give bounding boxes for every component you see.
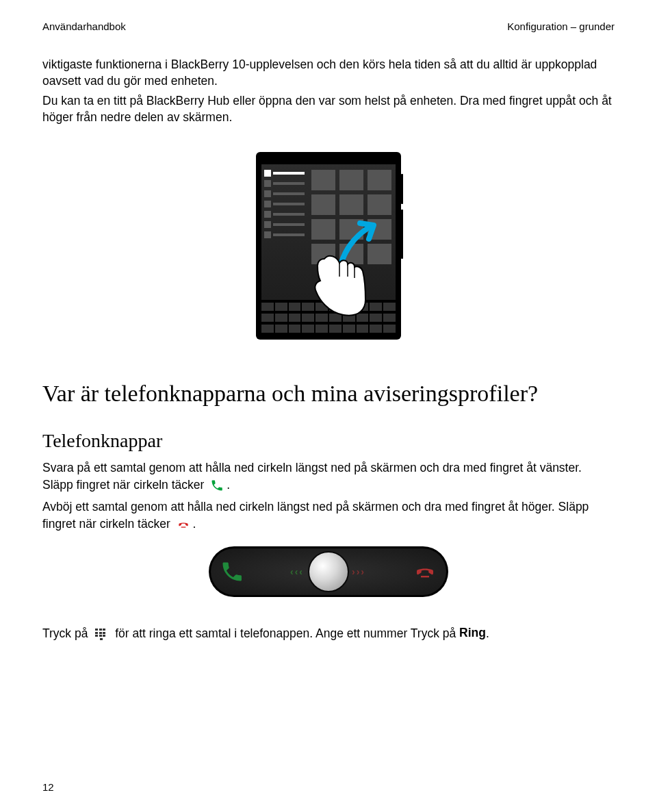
subsection-heading: Telefonknappar bbox=[42, 430, 615, 452]
dialpad-icon bbox=[95, 629, 107, 638]
slider-decline-phone-icon bbox=[413, 559, 437, 584]
slider-handle-icon bbox=[308, 551, 349, 592]
svg-rect-1 bbox=[421, 576, 429, 577]
answer-call-text: Svara på ett samtal genom att hålla ned … bbox=[42, 459, 615, 494]
header-left: Användarhandbok bbox=[42, 21, 126, 32]
intro-paragraph-1: viktigaste funktionerna i BlackBerry 10-… bbox=[42, 57, 615, 89]
phone-answer-icon bbox=[210, 479, 224, 492]
svg-rect-0 bbox=[181, 526, 185, 527]
phone-hangup-icon bbox=[177, 518, 190, 531]
phone-gesture-illustration bbox=[42, 152, 615, 340]
call-slider-illustration: ‹‹‹ ››› bbox=[42, 546, 615, 597]
header-right: Konfiguration – grunder bbox=[507, 21, 615, 32]
page-number: 12 bbox=[42, 781, 54, 793]
decline-call-text: Avböj ett samtal genom att hålla ned cir… bbox=[42, 498, 615, 533]
hand-pointer-icon bbox=[307, 246, 367, 318]
chevrons-right-icon: ››› bbox=[352, 566, 365, 577]
section-heading: Var är telefonknapparna och mina aviseri… bbox=[42, 381, 615, 407]
intro-paragraph-2: Du kan ta en titt på BlackBerry Hub elle… bbox=[42, 93, 615, 125]
dial-instruction-text: Tryck på för att ringa ett samtal i tele… bbox=[42, 624, 615, 642]
slider-answer-phone-icon bbox=[220, 559, 244, 584]
chevrons-left-icon: ‹‹‹ bbox=[290, 566, 304, 577]
